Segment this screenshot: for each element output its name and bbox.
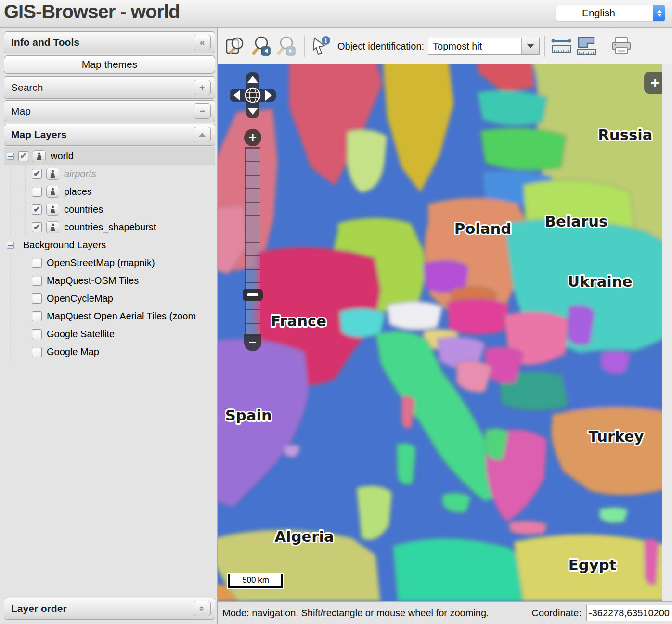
print-button[interactable] xyxy=(610,35,633,58)
zoom-full-extent-icon xyxy=(225,35,247,57)
coordinate-input[interactable] xyxy=(586,605,672,621)
layer-row-google-map[interactable]: Google Map xyxy=(4,343,215,361)
map-layers-title: Map Layers xyxy=(11,129,67,140)
print-icon xyxy=(610,35,633,58)
identification-mode-select[interactable]: Topmost hit xyxy=(428,38,540,55)
country-libya xyxy=(393,538,523,601)
chevron-down-icon xyxy=(527,44,534,48)
map-section-header[interactable]: Map − xyxy=(4,100,215,122)
layer-row-places[interactable]: places xyxy=(4,183,215,201)
layer-order-expand-button[interactable]: « xyxy=(194,601,211,616)
background-layers-group-label: Background Layers xyxy=(23,240,106,251)
collapse-minus-icon[interactable] xyxy=(7,153,14,160)
identification-mode-value: Topmost hit xyxy=(428,41,521,52)
country-crimea xyxy=(601,351,630,373)
page-title: GIS-Browser - world xyxy=(4,1,180,23)
pan-control[interactable] xyxy=(230,72,276,118)
zoom-in-button[interactable]: + xyxy=(244,129,261,146)
identify-button[interactable]: i xyxy=(310,35,333,58)
label-algeria: Algeria xyxy=(274,528,334,545)
toolbar-separator xyxy=(544,36,545,57)
sidebar: Info and Tools « Map themes Search + Map… xyxy=(0,28,218,624)
map-layers-collapse-button[interactable] xyxy=(194,127,211,142)
countries-checkbox[interactable] xyxy=(32,204,42,215)
measure-area-button[interactable] xyxy=(575,35,598,58)
country-bosnia xyxy=(457,361,492,392)
europe-map: Russia Belarus Poland Ukraine France Spa… xyxy=(218,64,662,601)
zoom-slider-handle[interactable] xyxy=(243,289,263,301)
airports-checkbox[interactable] xyxy=(32,169,42,179)
layer-label: world xyxy=(51,151,74,162)
zoom-full-extent-button[interactable] xyxy=(224,35,247,58)
layer-row-opencyclemap[interactable]: OpenCycleMap xyxy=(4,290,215,307)
layer-label: MapQuest Open Aerial Tiles (zoom xyxy=(47,311,196,322)
zoom-previous-icon xyxy=(250,35,272,57)
country-hungary xyxy=(447,299,509,334)
chevron-up-icon xyxy=(198,133,206,137)
mapquest-osm-checkbox[interactable] xyxy=(32,276,42,286)
layer-order-header[interactable]: Layer order « xyxy=(4,598,215,620)
country-moldova xyxy=(568,306,594,345)
countries-shapeburst-checkbox[interactable] xyxy=(32,222,42,232)
openstreetmap-checkbox[interactable] xyxy=(32,258,42,268)
google-map-checkbox[interactable] xyxy=(32,347,42,357)
layer-label: countries_shapeburst xyxy=(64,222,156,233)
zoom-previous-button[interactable] xyxy=(249,35,272,58)
layer-label: OpenCycleMap xyxy=(47,293,113,304)
info-person-icon xyxy=(49,170,56,178)
label-spain: Spain xyxy=(225,407,272,424)
measure-area-icon xyxy=(575,35,598,58)
layer-label: MapQuest-OSM Tiles xyxy=(47,275,139,286)
layer-switcher-maximize-button[interactable]: + xyxy=(644,72,662,94)
mapquest-aerial-checkbox[interactable] xyxy=(32,311,42,321)
country-austria xyxy=(387,302,442,330)
zoom-next-button[interactable] xyxy=(274,35,297,58)
search-expand-button[interactable]: + xyxy=(194,80,211,95)
svg-text:i: i xyxy=(325,37,327,44)
countries-shapeburst-info-button[interactable] xyxy=(46,221,59,233)
map-layers-section-header[interactable]: Map Layers xyxy=(4,124,215,146)
combo-dropdown-button[interactable] xyxy=(521,38,539,54)
info-person-icon xyxy=(49,188,56,196)
map-section-title: Map xyxy=(11,105,31,117)
label-belarus: Belarus xyxy=(545,213,608,230)
layer-row-airports[interactable]: airports xyxy=(4,165,215,183)
sidebar-collapse-button[interactable]: « xyxy=(194,35,211,50)
measure-distance-button[interactable] xyxy=(550,35,573,58)
layer-row-google-satellite[interactable]: Google Satellite xyxy=(4,325,215,343)
toolbar-separator xyxy=(304,36,305,57)
layer-row-mapquest-osm[interactable]: MapQuest-OSM Tiles xyxy=(4,272,215,290)
layer-row-countries[interactable]: countries xyxy=(4,201,215,218)
countries-info-button[interactable] xyxy=(46,204,59,216)
layer-row-openstreetmap[interactable]: OpenStreetMap (mapnik) xyxy=(4,254,215,272)
world-info-button[interactable] xyxy=(33,150,46,162)
zoom-slider-track[interactable] xyxy=(245,147,260,336)
country-sardinia xyxy=(397,443,416,484)
map-themes-button[interactable]: Map themes xyxy=(4,55,215,74)
layer-order-title: Layer order xyxy=(11,603,67,614)
country-crete xyxy=(509,521,547,535)
places-checkbox[interactable] xyxy=(32,187,42,197)
layer-label: places xyxy=(64,186,92,197)
label-poland: Poland xyxy=(454,220,512,237)
search-section-header[interactable]: Search + xyxy=(4,76,215,99)
layer-row-countries-shapeburst[interactable]: countries_shapeburst xyxy=(4,218,215,236)
info-person-icon xyxy=(49,223,56,231)
language-select[interactable]: English xyxy=(556,5,665,21)
zoom-out-button[interactable]: − xyxy=(244,334,261,351)
airports-info-button[interactable] xyxy=(46,168,59,180)
layer-row-world[interactable]: world xyxy=(4,147,215,165)
layer-label: airports xyxy=(64,168,96,179)
map-canvas[interactable]: Russia Belarus Poland Ukraine France Spa… xyxy=(218,64,662,601)
google-satellite-checkbox[interactable] xyxy=(32,329,42,339)
background-layers-group-row[interactable]: Background Layers xyxy=(4,236,215,254)
layer-row-mapquest-aerial[interactable]: MapQuest Open Aerial Tiles (zoom xyxy=(4,307,215,325)
world-checkbox[interactable] xyxy=(18,151,28,161)
collapse-minus-icon[interactable] xyxy=(7,242,14,249)
country-israel xyxy=(644,539,659,585)
zoom-next-icon xyxy=(275,35,297,57)
select-spinner-icon xyxy=(653,5,665,21)
map-collapse-button[interactable]: − xyxy=(194,103,211,119)
places-info-button[interactable] xyxy=(46,186,59,198)
opencyclemap-checkbox[interactable] xyxy=(32,293,42,304)
